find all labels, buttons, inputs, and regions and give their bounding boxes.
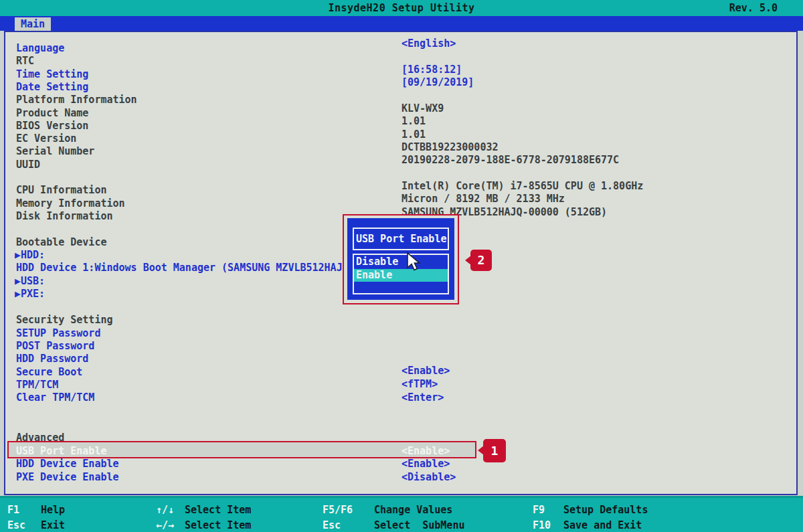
save-and-exit-label: Save and Exit bbox=[563, 519, 642, 531]
title-bar: InsydeH20 Setup Utility Rev. 5.0 bbox=[0, 0, 803, 16]
row-hdd-device-1[interactable]: HDD Device 1:Windows Boot Manager (SAMSU… bbox=[16, 262, 343, 274]
row-setup-password[interactable]: SETUP Password bbox=[16, 328, 100, 339]
label-platform-information: Platform Information bbox=[16, 94, 137, 106]
value-product-name: KLV-WX9 bbox=[402, 103, 444, 114]
value-tpm-tcm[interactable]: <fTPM> bbox=[402, 379, 438, 390]
row-post-password[interactable]: POST Password bbox=[16, 341, 94, 352]
value-secure-boot[interactable]: <Enable> bbox=[402, 365, 450, 377]
select-item-label: Select Item bbox=[185, 504, 251, 516]
label-rtc: RTC bbox=[16, 56, 34, 67]
key-esc: Esc bbox=[7, 519, 25, 531]
value-time[interactable]: [16:58:12] bbox=[402, 64, 462, 76]
badge-1-number: 1 bbox=[491, 444, 499, 458]
value-serial-number: DCTBB19223000032 bbox=[402, 142, 499, 153]
select-item-label: Select Item bbox=[185, 519, 251, 531]
value-uuid: 20190228-2079-188E-6778-2079188E677C bbox=[402, 155, 619, 166]
badge-pointer-left-icon bbox=[465, 256, 471, 265]
annotation-box-1 bbox=[7, 441, 476, 458]
label-serial-number: Serial Number bbox=[16, 146, 94, 157]
value-cpu-information: Intel(R) Core(TM) i7-8565U CPU @ 1.80GHz bbox=[402, 181, 643, 192]
value-clear-tpm-tcm[interactable]: <Enter> bbox=[402, 392, 444, 404]
help-label: Help bbox=[41, 504, 65, 516]
label-product-name: Product Name bbox=[16, 108, 88, 119]
value-date[interactable]: [09/19/2019] bbox=[402, 77, 474, 88]
label-memory-information: Memory Information bbox=[16, 198, 125, 209]
value-memory-information: Micron / 8192 MB / 2133 MHz bbox=[402, 193, 565, 205]
row-hdd-submenu[interactable]: ▶HDD: bbox=[15, 250, 45, 261]
key-f5-f6: F5/F6 bbox=[323, 504, 353, 516]
annotation-badge-2: 2 bbox=[470, 250, 492, 271]
exit-label: Exit bbox=[41, 519, 65, 531]
row-language[interactable]: Language bbox=[16, 43, 64, 54]
select-submenu-label: Select SubMenu bbox=[374, 519, 464, 531]
popup-title: USB Port Enable bbox=[353, 228, 449, 250]
row-pxe-submenu[interactable]: ▶PXE: bbox=[15, 288, 45, 300]
key-esc: Esc bbox=[323, 519, 341, 531]
row-hdd-password[interactable]: HDD Password bbox=[16, 353, 88, 365]
value-hdd-device-enable[interactable]: <Enable> bbox=[402, 458, 450, 470]
change-values-label: Change Values bbox=[374, 504, 452, 516]
badge-pointer-left-icon bbox=[478, 446, 484, 455]
label-disk-information: Disk Information bbox=[16, 211, 113, 222]
label-security-setting: Security Setting bbox=[16, 315, 113, 326]
row-pxe-device-enable[interactable]: PXE Device Enable bbox=[16, 472, 119, 483]
row-tpm-tcm[interactable]: TPM/TCM bbox=[16, 379, 58, 391]
annotation-badge-1: 1 bbox=[483, 439, 506, 462]
label-cpu-information: CPU Information bbox=[16, 185, 106, 196]
key-f1: F1 bbox=[7, 504, 19, 516]
app-title: InsydeH20 Setup Utility bbox=[0, 2, 803, 14]
bios-setup-screen: InsydeH20 Setup Utility Rev. 5.0 Main La… bbox=[0, 0, 803, 532]
popup-option-disable[interactable]: Disable bbox=[354, 255, 448, 268]
popup-option-enable[interactable]: Enable bbox=[354, 269, 448, 282]
mouse-cursor-icon bbox=[406, 252, 423, 272]
label-ec-version: EC Version bbox=[16, 133, 76, 145]
setup-defaults-label: Setup Defaults bbox=[563, 504, 648, 516]
row-usb-submenu[interactable]: ▶USB: bbox=[15, 276, 45, 287]
value-language[interactable]: <English> bbox=[402, 38, 456, 50]
row-clear-tpm-tcm[interactable]: Clear TPM/TCM bbox=[16, 392, 94, 404]
row-hdd-device-enable[interactable]: HDD Device Enable bbox=[16, 458, 119, 470]
key-help-bar: F1 Help Esc Exit ↑/↓ Select Item ←/→ Sel… bbox=[0, 496, 803, 532]
revision-label: Rev. 5.0 bbox=[729, 2, 778, 14]
key-left-right-icon: ←/→ bbox=[156, 519, 174, 531]
label-uuid: UUID bbox=[16, 159, 40, 171]
key-up-down-icon: ↑/↓ bbox=[156, 504, 174, 516]
tab-main[interactable]: Main bbox=[15, 17, 51, 31]
row-secure-boot[interactable]: Secure Boot bbox=[16, 367, 82, 378]
label-bios-version: BIOS Version bbox=[16, 120, 88, 132]
popup-options-list: DisableEnable bbox=[353, 254, 449, 294]
value-pxe-device-enable[interactable]: <Disable> bbox=[402, 472, 456, 483]
row-time-setting[interactable]: Time Setting bbox=[16, 69, 88, 80]
menu-bar: Main bbox=[0, 16, 803, 31]
row-date-setting[interactable]: Date Setting bbox=[16, 82, 88, 93]
key-f9: F9 bbox=[533, 504, 545, 516]
key-f10: F10 bbox=[533, 519, 551, 531]
value-bios-version: 1.01 bbox=[402, 116, 426, 127]
usb-port-enable-popup: USB Port Enable DisableEnable bbox=[347, 218, 454, 300]
value-ec-version: 1.01 bbox=[402, 129, 426, 141]
label-bootable-device: Bootable Device bbox=[16, 237, 106, 248]
badge-2-number: 2 bbox=[478, 253, 485, 267]
